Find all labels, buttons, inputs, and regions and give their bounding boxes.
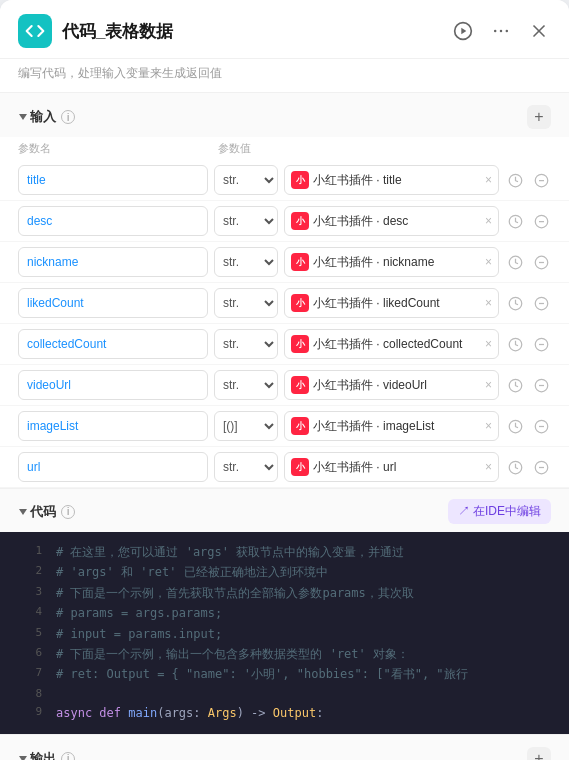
- svg-marker-32: [19, 509, 27, 515]
- param-value-text: 小红书插件 · title: [313, 172, 481, 189]
- param-name-input[interactable]: [18, 288, 208, 318]
- param-delete-btn[interactable]: [531, 252, 551, 272]
- param-clock-btn[interactable]: [505, 457, 525, 477]
- param-name-input[interactable]: [18, 165, 208, 195]
- param-row: str. 小红书插件 · nickname ×: [0, 242, 569, 283]
- main-panel: 代码_表格数据 编写代码: [0, 0, 569, 760]
- code-section-label: 代码: [30, 503, 56, 521]
- param-clock-btn[interactable]: [505, 375, 525, 395]
- param-value-text: 小红书插件 · collectedCount: [313, 336, 481, 353]
- code-line: 7 # ret: Output = { "name": '小明', "hobbi…: [0, 664, 569, 684]
- xhs-icon: [291, 212, 309, 230]
- line-number: 5: [14, 624, 42, 644]
- param-value-text: 小红书插件 · url: [313, 459, 481, 476]
- param-type-select[interactable]: str.: [214, 247, 278, 277]
- code-line: 4 # params = args.params;: [0, 603, 569, 623]
- param-delete-btn[interactable]: [531, 211, 551, 231]
- table-header: 参数名 参数值: [0, 137, 569, 160]
- code-line: 1 # 在这里，您可以通过 'args' 获取节点中的输入变量，并通过: [0, 542, 569, 562]
- param-value-text: 小红书插件 · desc: [313, 213, 481, 230]
- input-section-header: 输入 i +: [0, 93, 569, 137]
- param-value-container: 小红书插件 · videoUrl ×: [284, 370, 499, 400]
- param-row: str. 小红书插件 · url ×: [0, 447, 569, 488]
- param-value-clear[interactable]: ×: [485, 460, 492, 474]
- param-type-select[interactable]: str.: [214, 329, 278, 359]
- line-content: # 下面是一个示例，输出一个包含多种数据类型的 'ret' 对象：: [56, 644, 409, 664]
- param-value-clear[interactable]: ×: [485, 378, 492, 392]
- param-name-input[interactable]: [18, 206, 208, 236]
- param-value-clear[interactable]: ×: [485, 419, 492, 433]
- param-clock-btn[interactable]: [505, 170, 525, 190]
- param-row: str. 小红书插件 · collectedCount ×: [0, 324, 569, 365]
- line-content: # params = args.params;: [56, 603, 222, 623]
- output-info-icon[interactable]: i: [61, 752, 75, 760]
- param-delete-btn[interactable]: [531, 457, 551, 477]
- line-content: # 'args' 和 'ret' 已经被正确地注入到环境中: [56, 562, 328, 582]
- play-button[interactable]: [451, 19, 475, 43]
- input-section-label: 输入: [30, 108, 56, 126]
- code-line: 6 # 下面是一个示例，输出一个包含多种数据类型的 'ret' 对象：: [0, 644, 569, 664]
- param-clock-btn[interactable]: [505, 252, 525, 272]
- param-type-select[interactable]: [()]: [214, 411, 278, 441]
- param-clock-btn[interactable]: [505, 293, 525, 313]
- param-value-container: 小红书插件 · desc ×: [284, 206, 499, 236]
- param-value-clear[interactable]: ×: [485, 296, 492, 310]
- code-toggle[interactable]: [18, 507, 28, 517]
- param-clock-btn[interactable]: [505, 416, 525, 436]
- input-toggle[interactable]: [18, 112, 28, 122]
- param-value-container: 小红书插件 · collectedCount ×: [284, 329, 499, 359]
- param-delete-btn[interactable]: [531, 416, 551, 436]
- param-name-input[interactable]: [18, 329, 208, 359]
- param-name-input[interactable]: [18, 411, 208, 441]
- xhs-icon: [291, 417, 309, 435]
- param-delete-btn[interactable]: [531, 293, 551, 313]
- param-delete-btn[interactable]: [531, 375, 551, 395]
- output-add-button[interactable]: +: [527, 747, 551, 760]
- param-value-text: 小红书插件 · videoUrl: [313, 377, 481, 394]
- line-number: 2: [14, 562, 42, 582]
- param-clock-btn[interactable]: [505, 334, 525, 354]
- param-delete-btn[interactable]: [531, 170, 551, 190]
- param-clock-btn[interactable]: [505, 211, 525, 231]
- panel-title: 代码_表格数据: [62, 20, 451, 43]
- line-number: 8: [14, 685, 42, 704]
- param-type-select[interactable]: str.: [214, 206, 278, 236]
- more-button[interactable]: [489, 19, 513, 43]
- param-name-input[interactable]: [18, 370, 208, 400]
- output-section-header: 输出 i +: [0, 735, 569, 760]
- param-row: [()] 小红书插件 · imageList ×: [0, 406, 569, 447]
- svg-point-3: [500, 30, 503, 33]
- param-value-clear[interactable]: ×: [485, 337, 492, 351]
- input-add-button[interactable]: +: [527, 105, 551, 129]
- close-button[interactable]: [527, 19, 551, 43]
- param-value-clear[interactable]: ×: [485, 214, 492, 228]
- input-info-icon[interactable]: i: [61, 110, 75, 124]
- param-delete-btn[interactable]: [531, 334, 551, 354]
- param-value-text: 小红书插件 · likedCount: [313, 295, 481, 312]
- param-name-input[interactable]: [18, 247, 208, 277]
- xhs-icon: [291, 253, 309, 271]
- line-number: 9: [14, 703, 42, 723]
- xhs-icon: [291, 335, 309, 353]
- output-toggle[interactable]: [18, 754, 28, 760]
- param-type-select[interactable]: str.: [214, 452, 278, 482]
- param-type-select[interactable]: str.: [214, 370, 278, 400]
- output-section-label: 输出: [30, 750, 56, 760]
- ide-edit-button[interactable]: ↗ 在IDE中编辑: [448, 499, 551, 524]
- param-name-input[interactable]: [18, 452, 208, 482]
- param-type-select[interactable]: str.: [214, 288, 278, 318]
- code-line: 2 # 'args' 和 'ret' 已经被正确地注入到环境中: [0, 562, 569, 582]
- svg-marker-1: [461, 28, 466, 35]
- param-value-container: 小红书插件 · imageList ×: [284, 411, 499, 441]
- param-value-clear[interactable]: ×: [485, 255, 492, 269]
- param-value-text: 小红书插件 · imageList: [313, 418, 481, 435]
- line-number: 7: [14, 664, 42, 684]
- header: 代码_表格数据: [0, 0, 569, 59]
- line-content: # 下面是一个示例，首先获取节点的全部输入参数params，其次取: [56, 583, 414, 603]
- param-row: str. 小红书插件 · desc ×: [0, 201, 569, 242]
- code-line: 3 # 下面是一个示例，首先获取节点的全部输入参数params，其次取: [0, 583, 569, 603]
- code-info-icon[interactable]: i: [61, 505, 75, 519]
- param-value-container: 小红书插件 · likedCount ×: [284, 288, 499, 318]
- param-value-clear[interactable]: ×: [485, 173, 492, 187]
- param-type-select[interactable]: str.: [214, 165, 278, 195]
